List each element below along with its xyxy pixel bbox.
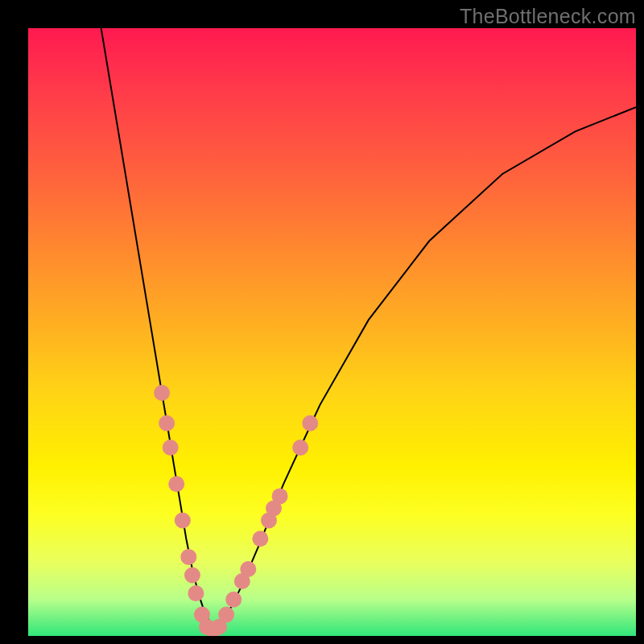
data-marker <box>252 530 268 547</box>
data-marker <box>292 440 308 456</box>
data-marker <box>180 549 196 565</box>
data-marker <box>163 440 179 456</box>
plot-area <box>28 28 636 636</box>
data-marker <box>240 561 256 577</box>
curve-svg <box>28 28 636 636</box>
data-marker <box>218 607 234 623</box>
data-marker <box>184 568 200 584</box>
watermark-label: TheBottleneck.com <box>460 5 636 28</box>
bottleneck-curve <box>101 28 636 630</box>
data-marker <box>159 415 175 431</box>
data-marker <box>225 592 242 608</box>
data-marker <box>154 385 170 401</box>
data-marker <box>168 476 184 492</box>
data-marker <box>272 488 288 504</box>
data-marker <box>302 415 318 431</box>
data-marker <box>175 513 191 529</box>
marker-layer <box>154 385 318 636</box>
data-marker <box>188 585 204 601</box>
chart-frame: TheBottleneck.com <box>0 0 644 644</box>
